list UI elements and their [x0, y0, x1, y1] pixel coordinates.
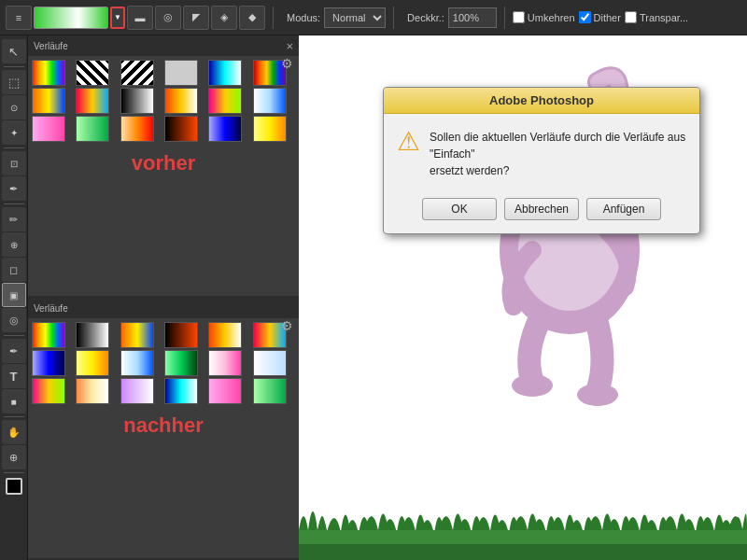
- dither-label: Dither: [594, 12, 621, 23]
- swatch-b14[interactable]: [76, 116, 109, 142]
- panel-settings-after[interactable]: ⚙: [281, 318, 293, 333]
- deckkraft-label: Deckkr.:: [407, 12, 444, 23]
- toolbar-btn-1[interactable]: ≡: [6, 6, 32, 30]
- brush-tool[interactable]: ✏: [2, 207, 26, 231]
- panel-header-before: Verläufe ×: [28, 35, 299, 56]
- umkehren-checkbox[interactable]: [513, 11, 525, 23]
- marquee-tool[interactable]: ⬚: [2, 70, 26, 94]
- tool-sep-6: [4, 472, 24, 473]
- swatch-a14[interactable]: [76, 378, 109, 404]
- linear-gradient-btn[interactable]: ▬: [127, 6, 153, 30]
- swatch-b12[interactable]: [253, 88, 287, 114]
- deckkraft-input[interactable]: [448, 7, 497, 28]
- dialog-body: ⚠ Sollen die aktuellen Verläufe durch di…: [384, 114, 699, 190]
- gradient-preview[interactable]: [34, 7, 108, 29]
- swatch-b8[interactable]: [76, 88, 109, 114]
- append-button[interactable]: Anfügen: [586, 198, 661, 220]
- shape-tool[interactable]: ■: [2, 389, 26, 413]
- panel-close-before[interactable]: ×: [286, 39, 293, 53]
- after-label: nachher: [28, 408, 299, 447]
- separator-1: [273, 7, 274, 29]
- gradient-grid-after: [28, 318, 299, 408]
- swatch-a1[interactable]: [32, 322, 65, 348]
- diamond-gradient-btn[interactable]: ◆: [239, 6, 265, 30]
- gradient-panels: Verläufe × ⚙: [28, 35, 299, 560]
- swatch-a8[interactable]: [76, 350, 109, 376]
- swatch-a5[interactable]: [208, 322, 242, 348]
- swatch-b15[interactable]: [120, 116, 154, 142]
- hand-tool[interactable]: ✋: [2, 420, 26, 444]
- swatch-b2[interactable]: [76, 60, 109, 86]
- blur-tool[interactable]: ◎: [2, 308, 26, 332]
- swatch-b7[interactable]: [32, 88, 65, 114]
- gradient-tool[interactable]: ▣: [2, 283, 26, 307]
- left-sidebar: ↖ ⬚ ⊙ ✦ ⊡ ✒ ✏ ⊕ ◻ ▣ ◎ ✒ T ■ ✋ ⊕: [0, 35, 28, 560]
- swatch-a4[interactable]: [164, 322, 198, 348]
- reflected-gradient-btn[interactable]: ◈: [211, 6, 237, 30]
- swatch-b11[interactable]: [208, 88, 242, 114]
- gradient-dropdown-btn[interactable]: ▼: [110, 7, 125, 29]
- dialog-message: Sollen die aktuellen Verläufe durch die …: [430, 129, 686, 179]
- zoom-tool[interactable]: ⊕: [2, 445, 26, 469]
- dither-checkbox[interactable]: [579, 11, 591, 23]
- swatch-a7[interactable]: [32, 350, 65, 376]
- dialog-warning-icon: ⚠: [397, 129, 420, 155]
- lasso-tool[interactable]: ⊙: [2, 95, 26, 119]
- dialog-titlebar: Adobe Photoshop: [384, 88, 699, 114]
- text-tool[interactable]: T: [2, 364, 26, 388]
- eraser-tool[interactable]: ◻: [2, 258, 26, 282]
- swatch-a10[interactable]: [164, 350, 198, 376]
- gradient-grid-before: [28, 56, 299, 146]
- modus-select[interactable]: Normal: [324, 7, 386, 28]
- svg-point-10: [577, 384, 618, 406]
- swatch-b9[interactable]: [120, 88, 154, 114]
- swatch-b16[interactable]: [164, 116, 198, 142]
- swatch-a9[interactable]: [120, 350, 154, 376]
- panel-settings-before[interactable]: ⚙: [281, 56, 293, 71]
- foreground-color[interactable]: [6, 478, 22, 495]
- svg-rect-14: [299, 544, 747, 560]
- tool-sep-4: [4, 335, 24, 336]
- swatch-a18[interactable]: [253, 378, 287, 404]
- pen-tool[interactable]: ✒: [2, 339, 26, 363]
- before-label: vorher: [28, 146, 299, 185]
- radial-gradient-btn[interactable]: ◎: [155, 6, 181, 30]
- tool-sep-5: [4, 416, 24, 417]
- swatch-b3[interactable]: [120, 60, 154, 86]
- swatch-b10[interactable]: [164, 88, 198, 114]
- eyedropper-tool[interactable]: ✒: [2, 176, 26, 201]
- dialog-buttons: OK Abbrechen Anfügen: [384, 190, 699, 233]
- magic-wand-tool[interactable]: ✦: [2, 120, 26, 145]
- swatch-b17[interactable]: [208, 116, 242, 142]
- swatch-b13[interactable]: [32, 116, 65, 142]
- swatch-b18[interactable]: [253, 116, 287, 142]
- swatch-b4[interactable]: [164, 60, 198, 86]
- swatch-a12[interactable]: [253, 350, 287, 376]
- separator-2: [393, 7, 394, 29]
- tool-sep-1: [4, 66, 24, 67]
- panel-title-before: Verläufe: [34, 41, 68, 51]
- gradient-panel-before: Verläufe × ⚙: [28, 35, 299, 298]
- crop-tool[interactable]: ⊡: [2, 151, 26, 175]
- cancel-button[interactable]: Abbrechen: [504, 198, 579, 220]
- transparent-checkbox[interactable]: [625, 11, 637, 23]
- tool-sep-3: [4, 203, 24, 204]
- swatch-a3[interactable]: [120, 322, 154, 348]
- swatch-a17[interactable]: [208, 378, 242, 404]
- transparent-label: Transpar...: [640, 12, 688, 23]
- swatch-a16[interactable]: [164, 378, 198, 404]
- umkehren-group: Umkehren: [513, 11, 575, 23]
- angle-gradient-btn[interactable]: ◤: [183, 6, 209, 30]
- ok-button[interactable]: OK: [422, 198, 497, 220]
- swatch-b1[interactable]: [32, 60, 65, 86]
- gradient-panel-after: Verläufe ⚙: [28, 298, 299, 560]
- svg-point-9: [512, 374, 553, 397]
- swatch-a13[interactable]: [32, 378, 65, 404]
- swatch-a11[interactable]: [208, 350, 242, 376]
- swatch-b5[interactable]: [208, 60, 242, 86]
- clone-tool[interactable]: ⊕: [2, 232, 26, 257]
- transparent-group: Transpar...: [625, 11, 688, 23]
- swatch-a15[interactable]: [120, 378, 154, 404]
- move-tool[interactable]: ↖: [2, 39, 26, 63]
- swatch-a2[interactable]: [76, 322, 109, 348]
